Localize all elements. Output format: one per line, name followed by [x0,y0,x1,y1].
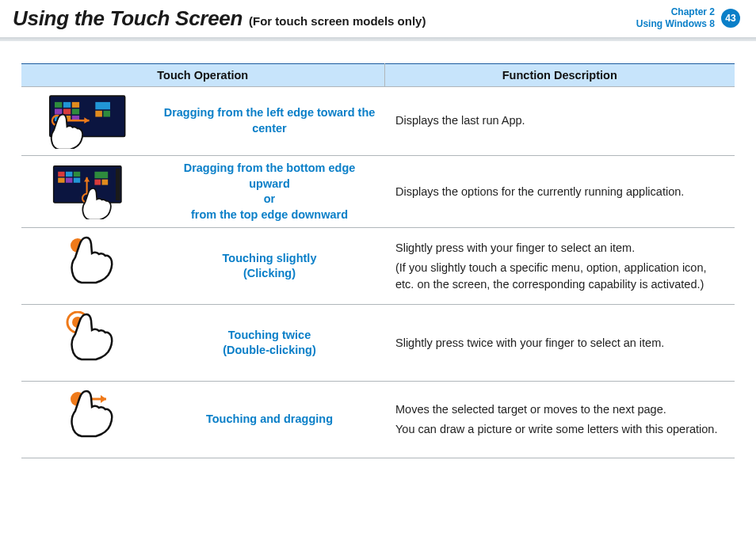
svg-rect-1 [55,102,62,108]
description-cell: Slightly press with your finger to selec… [384,228,735,305]
page-header: Using the Touch Screen (For touch screen… [0,0,756,32]
description-cell: Displays the options for the currently r… [384,156,735,228]
svg-rect-17 [74,172,80,177]
operation-label: Dragging from the left edge toward the c… [155,87,384,156]
svg-rect-12 [103,111,110,117]
col-header-operation: Touch Operation [21,64,384,87]
page-subtitle: (For touch screen models only) [249,14,426,28]
page-number-badge: 43 [721,9,740,28]
table-row: Dragging from the left edge toward the c… [21,87,735,156]
svg-rect-19 [66,178,72,183]
illustration-cell [21,382,155,458]
operation-label: Touching twice(Double-clicking) [155,305,384,382]
svg-rect-18 [58,178,64,183]
title-group: Using the Touch Screen (For touch screen… [13,6,426,31]
description-cell: Displays the last run App. [384,87,735,156]
svg-rect-10 [95,102,110,109]
drag-left-edge-icon [25,93,151,149]
desc-text: (If you slightly touch a specific menu, … [395,260,727,293]
chapter-block: Chapter 2 Using Windows 8 43 [636,6,740,30]
touch-click-icon [55,234,120,298]
chapter-line1: Chapter 2 [636,6,715,18]
chapter-text: Chapter 2 Using Windows 8 [636,6,715,30]
desc-text: Moves the selected target or moves to th… [395,401,727,418]
desc-text: Slightly press with your finger to selec… [395,240,727,257]
chapter-line2: Using Windows 8 [636,18,715,30]
svg-rect-23 [102,180,109,185]
touch-operations-table: Touch Operation Function Description [21,63,735,458]
header-rule [0,37,756,41]
table-row: Touching twice(Double-clicking) Slightly… [21,305,735,382]
table-row: Touching and dragging Moves the selected… [21,382,735,458]
desc-text: Displays the last run App. [395,112,727,129]
illustration-cell [21,228,155,305]
svg-rect-15 [58,172,64,177]
drag-bottom-edge-icon [25,164,151,219]
svg-rect-3 [72,102,79,108]
description-cell: Moves the selected target or moves to th… [384,382,735,458]
desc-text: Slightly press twice with your finger to… [395,335,727,352]
illustration-cell [21,305,155,382]
touch-drag-icon [55,388,120,451]
svg-rect-16 [66,172,72,177]
col-header-description: Function Description [384,64,735,87]
table-row: Dragging from the bottom edge upwardorfr… [21,156,735,228]
description-cell: Slightly press twice with your finger to… [384,305,735,382]
svg-rect-6 [72,108,79,114]
touch-double-click-icon [55,311,120,374]
desc-text: Displays the options for the currently r… [395,184,727,200]
svg-rect-21 [94,172,108,178]
svg-rect-20 [74,178,80,183]
svg-rect-2 [63,102,71,108]
illustration-cell [21,87,155,156]
table-row: Touching slightly(Clicking) Slightly pre… [21,228,735,305]
operation-label: Touching and dragging [155,382,384,458]
desc-text: You can draw a picture or write some let… [395,421,727,438]
operation-label: Touching slightly(Clicking) [155,228,384,305]
svg-rect-5 [63,108,71,114]
svg-rect-11 [95,111,102,117]
page-title: Using the Touch Screen [13,6,242,31]
svg-rect-4 [55,108,62,114]
svg-rect-22 [94,180,101,185]
svg-rect-24 [116,169,120,201]
operation-label: Dragging from the bottom edge upwardorfr… [155,156,384,228]
illustration-cell [21,156,155,228]
